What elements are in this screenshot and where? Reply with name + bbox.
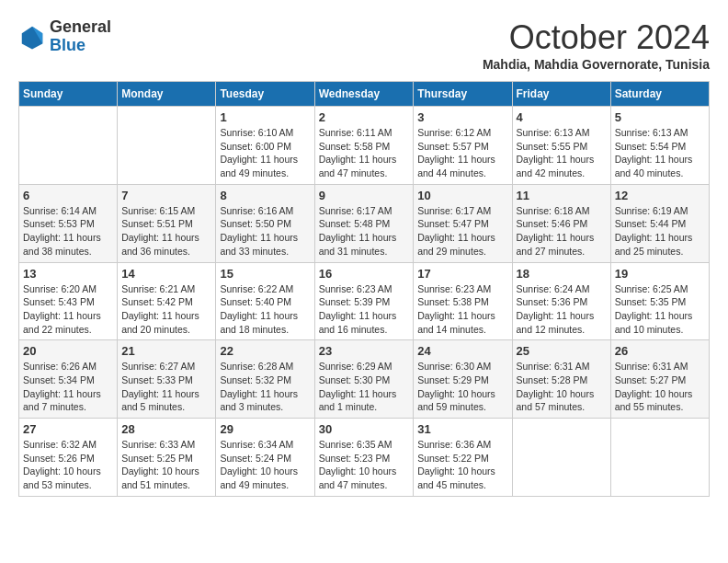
logo-blue: Blue [50,37,111,55]
day-number: 11 [517,189,607,202]
day-info: Sunrise: 6:33 AM Sunset: 5:25 PM Dayligh… [121,438,211,492]
weekday-header-monday: Monday [118,82,216,107]
calendar-cell: 5Sunrise: 6:13 AM Sunset: 5:54 PM Daylig… [610,107,709,185]
day-info: Sunrise: 6:19 AM Sunset: 5:44 PM Dayligh… [615,204,705,259]
calendar-body: 1Sunrise: 6:10 AM Sunset: 6:00 PM Daylig… [19,107,710,497]
day-number: 31 [417,422,507,436]
calendar-week-3: 13Sunrise: 6:20 AM Sunset: 5:43 PM Dayli… [19,262,710,340]
day-number: 17 [417,267,507,281]
day-info: Sunrise: 6:12 AM Sunset: 5:57 PM Dayligh… [417,126,507,180]
calendar-cell: 26Sunrise: 6:31 AM Sunset: 5:27 PM Dayli… [610,340,709,419]
calendar-cell: 19Sunrise: 6:25 AM Sunset: 5:35 PM Dayli… [610,262,709,340]
day-info: Sunrise: 6:28 AM Sunset: 5:32 PM Dayligh… [220,360,310,414]
day-info: Sunrise: 6:15 AM Sunset: 5:51 PM Dayligh… [121,204,211,259]
day-info: Sunrise: 6:11 AM Sunset: 5:58 PM Dayligh… [319,126,410,180]
calendar-cell: 17Sunrise: 6:23 AM Sunset: 5:38 PM Dayli… [414,262,512,340]
day-number: 6 [23,189,113,202]
day-info: Sunrise: 6:31 AM Sunset: 5:28 PM Dayligh… [517,360,607,414]
day-number: 19 [615,267,705,281]
calendar-cell: 1Sunrise: 6:10 AM Sunset: 6:00 PM Daylig… [216,107,314,185]
day-number: 22 [220,344,310,358]
calendar-cell: 29Sunrise: 6:34 AM Sunset: 5:24 PM Dayli… [216,419,314,497]
day-info: Sunrise: 6:32 AM Sunset: 5:26 PM Dayligh… [23,438,113,492]
day-info: Sunrise: 6:29 AM Sunset: 5:30 PM Dayligh… [319,360,410,414]
calendar-cell: 2Sunrise: 6:11 AM Sunset: 5:58 PM Daylig… [314,107,414,185]
calendar-cell: 12Sunrise: 6:19 AM Sunset: 5:44 PM Dayli… [610,184,709,262]
day-info: Sunrise: 6:27 AM Sunset: 5:33 PM Dayligh… [121,360,211,414]
month-title: October 2024 [483,18,710,57]
calendar-cell: 27Sunrise: 6:32 AM Sunset: 5:26 PM Dayli… [19,419,118,497]
day-number: 29 [220,422,310,436]
day-info: Sunrise: 6:34 AM Sunset: 5:24 PM Dayligh… [220,438,310,492]
weekday-header-tuesday: Tuesday [216,82,314,107]
day-info: Sunrise: 6:22 AM Sunset: 5:40 PM Dayligh… [220,282,310,337]
day-info: Sunrise: 6:20 AM Sunset: 5:43 PM Dayligh… [23,282,113,337]
day-info: Sunrise: 6:21 AM Sunset: 5:42 PM Dayligh… [121,282,211,337]
calendar-cell [512,419,610,497]
calendar-week-2: 6Sunrise: 6:14 AM Sunset: 5:53 PM Daylig… [19,184,710,262]
weekday-header-thursday: Thursday [414,82,512,107]
weekday-header-row: SundayMondayTuesdayWednesdayThursdayFrid… [19,82,710,107]
calendar-cell: 16Sunrise: 6:23 AM Sunset: 5:39 PM Dayli… [314,262,414,340]
calendar-cell: 24Sunrise: 6:30 AM Sunset: 5:29 PM Dayli… [414,340,512,419]
calendar-cell: 25Sunrise: 6:31 AM Sunset: 5:28 PM Dayli… [512,340,610,419]
calendar-cell: 28Sunrise: 6:33 AM Sunset: 5:25 PM Dayli… [118,419,216,497]
calendar-cell: 7Sunrise: 6:15 AM Sunset: 5:51 PM Daylig… [118,184,216,262]
day-number: 20 [23,344,113,358]
calendar-cell: 22Sunrise: 6:28 AM Sunset: 5:32 PM Dayli… [216,340,314,419]
day-info: Sunrise: 6:25 AM Sunset: 5:35 PM Dayligh… [615,282,705,337]
calendar-cell [610,419,709,497]
weekday-header-saturday: Saturday [610,82,709,107]
day-number: 16 [319,267,410,281]
logo-text: General Blue [50,18,111,55]
day-number: 18 [517,267,607,281]
day-info: Sunrise: 6:26 AM Sunset: 5:34 PM Dayligh… [23,360,113,414]
calendar-cell: 23Sunrise: 6:29 AM Sunset: 5:30 PM Dayli… [314,340,414,419]
page-header: General Blue October 2024 Mahdia, Mahdia… [18,18,710,72]
day-info: Sunrise: 6:17 AM Sunset: 5:48 PM Dayligh… [319,204,410,259]
day-number: 2 [319,110,410,124]
title-block: October 2024 Mahdia, Mahdia Governorate,… [483,18,710,72]
day-number: 3 [417,110,507,124]
day-number: 4 [517,110,607,124]
calendar-header: SundayMondayTuesdayWednesdayThursdayFrid… [19,82,710,107]
day-number: 30 [319,422,410,436]
day-number: 8 [220,189,310,202]
day-info: Sunrise: 6:14 AM Sunset: 5:53 PM Dayligh… [23,204,113,259]
logo-icon [18,23,46,51]
location-subtitle: Mahdia, Mahdia Governorate, Tunisia [483,57,710,72]
day-number: 7 [121,189,211,202]
day-number: 13 [23,267,113,281]
calendar-cell: 21Sunrise: 6:27 AM Sunset: 5:33 PM Dayli… [118,340,216,419]
calendar-cell: 31Sunrise: 6:36 AM Sunset: 5:22 PM Dayli… [414,419,512,497]
day-info: Sunrise: 6:13 AM Sunset: 5:54 PM Dayligh… [615,126,705,180]
day-info: Sunrise: 6:30 AM Sunset: 5:29 PM Dayligh… [417,360,507,414]
day-number: 27 [23,422,113,436]
day-info: Sunrise: 6:23 AM Sunset: 5:38 PM Dayligh… [417,282,507,337]
day-number: 14 [121,267,211,281]
day-number: 9 [319,189,410,202]
weekday-header-wednesday: Wednesday [314,82,414,107]
day-info: Sunrise: 6:23 AM Sunset: 5:39 PM Dayligh… [319,282,410,337]
calendar-cell: 3Sunrise: 6:12 AM Sunset: 5:57 PM Daylig… [414,107,512,185]
day-info: Sunrise: 6:18 AM Sunset: 5:46 PM Dayligh… [517,204,607,259]
day-number: 25 [517,344,607,358]
weekday-header-friday: Friday [512,82,610,107]
day-number: 10 [417,189,507,202]
day-number: 12 [615,189,705,202]
day-number: 24 [417,344,507,358]
calendar-cell: 6Sunrise: 6:14 AM Sunset: 5:53 PM Daylig… [19,184,118,262]
day-number: 28 [121,422,211,436]
calendar-cell: 20Sunrise: 6:26 AM Sunset: 5:34 PM Dayli… [19,340,118,419]
calendar-cell: 8Sunrise: 6:16 AM Sunset: 5:50 PM Daylig… [216,184,314,262]
logo-general: General [50,18,111,37]
calendar-cell [19,107,118,185]
weekday-header-sunday: Sunday [19,82,118,107]
calendar-table: SundayMondayTuesdayWednesdayThursdayFrid… [18,81,710,497]
calendar-cell: 11Sunrise: 6:18 AM Sunset: 5:46 PM Dayli… [512,184,610,262]
day-info: Sunrise: 6:24 AM Sunset: 5:36 PM Dayligh… [517,282,607,337]
calendar-cell: 13Sunrise: 6:20 AM Sunset: 5:43 PM Dayli… [19,262,118,340]
day-info: Sunrise: 6:31 AM Sunset: 5:27 PM Dayligh… [615,360,705,414]
day-info: Sunrise: 6:17 AM Sunset: 5:47 PM Dayligh… [417,204,507,259]
day-number: 15 [220,267,310,281]
